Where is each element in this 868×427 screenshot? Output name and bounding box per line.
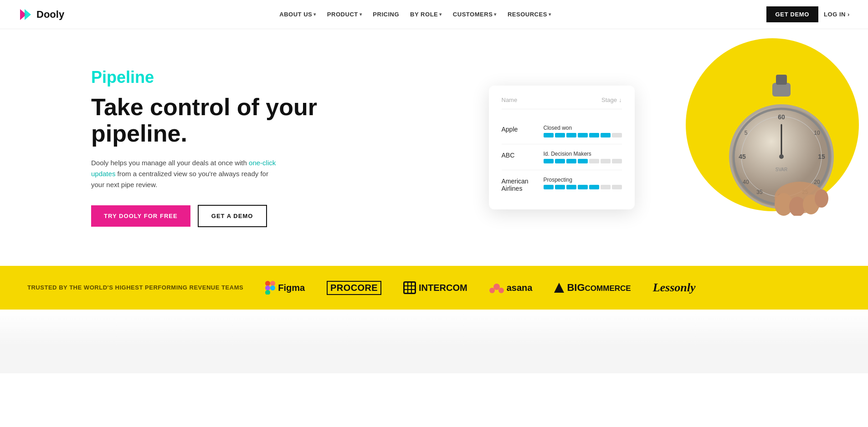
- intercom-dot: [412, 286, 415, 289]
- stage-label: Prospecting: [544, 177, 572, 183]
- pipeline-row-name: ABC: [502, 151, 515, 159]
- sort-arrow-icon: ↓: [619, 97, 622, 103]
- pipeline-card-header: Name Stage ↓: [502, 97, 622, 109]
- intercom-dot: [408, 286, 411, 289]
- pipeline-row-stage: Closed won: [544, 125, 622, 137]
- hero-section: Pipeline Take control of your pipeline. …: [0, 29, 868, 266]
- nav-link-customers[interactable]: CUSTOMERS ▾: [448, 7, 501, 21]
- stage-label: Closed won: [544, 125, 572, 131]
- pipeline-row-stage: Id. Decision Makers: [544, 151, 622, 163]
- stage-bar-filled: [566, 185, 576, 189]
- nav-links-list: ABOUT US ▾ PRODUCT ▾ PRICING BY ROLE ▾ C…: [275, 7, 555, 21]
- pipeline-col-name: Name: [502, 97, 518, 103]
- stage-bar-filled: [589, 133, 599, 137]
- lessonly-label: Lessonly: [653, 281, 696, 295]
- nav-item-resources[interactable]: RESOURCES ▾: [503, 7, 556, 21]
- stage-bar-filled: [555, 185, 565, 189]
- pipeline-row-name: American Airlines: [502, 177, 544, 192]
- get-demo-button[interactable]: GET A DEMO: [198, 205, 267, 227]
- hero-content: Pipeline Take control of your pipeline. …: [91, 68, 328, 227]
- lessonly-logo: Lessonly: [653, 281, 696, 295]
- stage-bar-empty: [612, 159, 622, 163]
- dooly-logo-icon: [18, 7, 33, 22]
- nav-link-pricing[interactable]: PRICING: [368, 7, 404, 21]
- figma-icon: [265, 281, 275, 295]
- nav-item-by-role[interactable]: BY ROLE ▾: [406, 7, 447, 21]
- pipeline-row: Apple Closed won: [502, 118, 622, 144]
- stage-bars: [544, 159, 622, 163]
- bigcommerce-icon: [554, 283, 564, 293]
- nav-cta-group: GET DEMO LOG IN ›: [766, 6, 850, 22]
- chevron-down-icon: ▾: [549, 12, 551, 17]
- stopwatch-svg: 60 30 45 15 20 40 5 10 25 35 SVAR: [718, 70, 845, 216]
- nav-link-product[interactable]: PRODUCT ▾: [323, 7, 366, 21]
- hero-desc-rest: from a centralized view so you're always…: [91, 170, 268, 188]
- svg-point-25: [815, 189, 828, 208]
- stage-bar-filled: [601, 133, 611, 137]
- logo-link[interactable]: Dooly: [18, 7, 64, 22]
- chevron-down-icon: ▾: [360, 12, 362, 17]
- hero-visual: Name Stage ↓ Apple Closed won: [328, 56, 832, 239]
- stage-bar-filled: [544, 185, 554, 189]
- intercom-dot: [412, 283, 415, 285]
- stage-bar-empty: [589, 159, 599, 163]
- asana-label: asana: [507, 283, 533, 293]
- svg-point-32: [489, 288, 495, 293]
- try-free-button[interactable]: TRY DOOLY FOR FREE: [91, 205, 190, 227]
- hero-description: Dooly helps you manage all your deals at…: [91, 158, 282, 190]
- intercom-dot: [408, 283, 411, 285]
- intercom-dot: [405, 283, 407, 285]
- stage-bars: [544, 185, 622, 189]
- hero-tag: Pipeline: [91, 68, 328, 87]
- hero-desc-plain: Dooly helps you manage all your deals at…: [91, 159, 249, 167]
- nav-item-pricing[interactable]: PRICING: [368, 7, 404, 21]
- intercom-icon: [403, 281, 416, 294]
- nav-login-button[interactable]: LOG IN ›: [824, 11, 850, 18]
- nav-get-demo-button[interactable]: GET DEMO: [766, 6, 819, 22]
- stage-bar-filled: [566, 159, 576, 163]
- stage-bar-empty: [612, 185, 622, 189]
- figma-label: Figma: [278, 283, 305, 293]
- footer-space: [0, 346, 868, 373]
- bigcommerce-label: BIGCOMMERCE: [567, 282, 631, 294]
- nav-item-customers[interactable]: CUSTOMERS ▾: [448, 7, 501, 21]
- stage-bar-filled: [544, 159, 554, 163]
- chevron-down-icon: ▾: [494, 12, 497, 17]
- nav-link-resources[interactable]: RESOURCES ▾: [503, 7, 556, 21]
- intercom-dot: [412, 290, 415, 293]
- nav-item-about[interactable]: ABOUT US ▾: [275, 7, 321, 21]
- pipeline-row: American Airlines Prospecting: [502, 170, 622, 198]
- svg-rect-26: [265, 281, 270, 286]
- intercom-logo: INTERCOM: [403, 281, 467, 294]
- svg-point-30: [270, 285, 275, 290]
- intercom-label: INTERCOM: [419, 283, 467, 293]
- intercom-dot: [405, 286, 407, 289]
- stage-bar-empty: [601, 185, 611, 189]
- svg-rect-29: [265, 290, 270, 295]
- stage-bar-empty: [612, 133, 622, 137]
- logo-wordmark: Dooly: [36, 9, 64, 20]
- intercom-dot: [405, 290, 407, 293]
- stage-label: Id. Decision Makers: [544, 151, 591, 157]
- pipeline-col-stage: Stage ↓: [601, 97, 621, 103]
- trusted-banner: TRUSTED BY THE WORLD'S HIGHEST PERFORMIN…: [0, 266, 868, 310]
- svg-rect-28: [265, 285, 270, 290]
- hero-buttons: TRY DOOLY FOR FREE GET A DEMO: [91, 205, 328, 227]
- nav-link-about[interactable]: ABOUT US ▾: [275, 7, 321, 21]
- pipeline-card: Name Stage ↓ Apple Closed won: [489, 86, 635, 209]
- trusted-logos: Figma PROCORE INTERCOM: [265, 281, 695, 295]
- stage-bars: [544, 133, 622, 137]
- svg-point-19: [779, 154, 784, 159]
- stage-bar-filled: [578, 133, 588, 137]
- nav-link-by-role[interactable]: BY ROLE ▾: [406, 7, 447, 21]
- pipeline-row-stage: Prospecting: [544, 177, 622, 189]
- svg-text:SVAR: SVAR: [776, 167, 788, 172]
- asana-logo: asana: [489, 282, 533, 293]
- svg-text:20: 20: [814, 179, 820, 185]
- intercom-dots: [405, 283, 415, 293]
- hero-title: Take control of your pipeline.: [91, 94, 328, 146]
- figma-logo: Figma: [265, 281, 305, 295]
- nav-item-product[interactable]: PRODUCT ▾: [323, 7, 366, 21]
- svg-rect-3: [776, 75, 787, 85]
- svg-text:10: 10: [814, 130, 820, 136]
